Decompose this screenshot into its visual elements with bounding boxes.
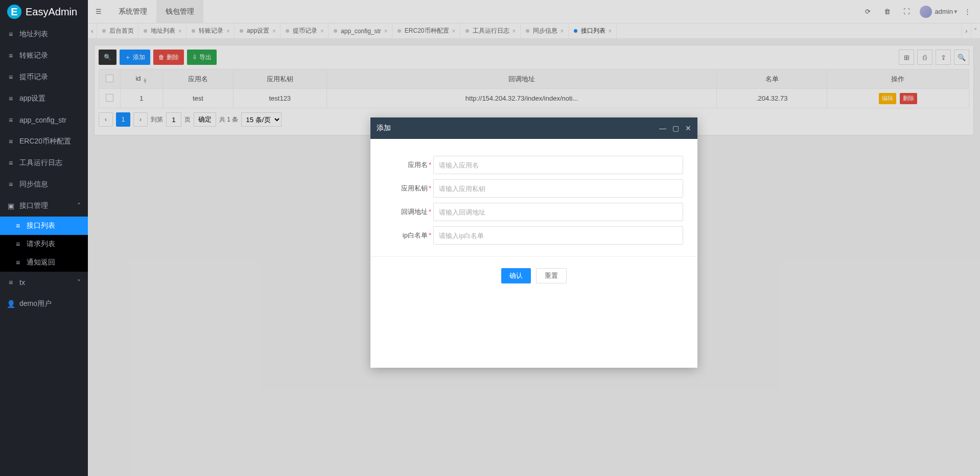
sidebar-item-app-settings[interactable]: ≡ app设置 [0,88,88,109]
close-icon[interactable]: ✕ [685,124,691,132]
sidebar-item-sync-info[interactable]: ≡ 同步信息 [0,174,88,195]
sidebar-item-tool-log[interactable]: ≡ 工具运行日志 [0,152,88,174]
sidebar-label: 接口管理 [19,201,48,210]
logo-icon: E [7,5,21,19]
logo: E EasyAdmin [0,0,88,23]
chevron-down-icon: ˅ [77,278,81,287]
label-callback: 回调地址* [385,207,433,217]
list-icon: ≡ [7,278,14,287]
brand-text: EasyAdmin [26,6,77,18]
field-app-secret: 应用私钥* [385,177,683,200]
maximize-icon[interactable]: ▢ [672,124,679,132]
sidebar-item-app-config-str[interactable]: ≡ app_config_str [0,109,88,131]
list-icon: ≡ [7,180,14,188]
list-icon: ≡ [14,240,21,248]
sidebar-sub-request-list[interactable]: ≡ 请求列表 [0,235,88,253]
modal-header: 添加 — ▢ ✕ [370,117,697,139]
field-callback: 回调地址* [385,200,683,224]
list-icon: ≡ [7,137,14,146]
input-whitelist[interactable] [433,226,683,245]
main: ☰ 系统管理 钱包管理 ⟳ 🗑 ⛶ admin ▾ ⋮ ‹ 后台首页 地址列表×… [88,0,980,476]
sidebar-item-withdraw-log[interactable]: ≡ 提币记录 [0,66,88,88]
label-app-secret: 应用私钥* [385,184,433,193]
list-icon: ≡ [7,52,14,60]
field-app-name: 应用名* [385,153,683,177]
list-icon: ≡ [14,258,21,267]
sidebar-label: app_config_str [19,116,66,124]
input-app-name[interactable] [433,156,683,174]
sidebar-label: 转账记录 [19,51,48,60]
sidebar-label: 同步信息 [19,180,48,189]
list-icon: ≡ [14,222,21,230]
modal-body: 应用名* 应用私钥* 回调地址* ip白名单* 确认 重置 [370,139,697,368]
sidebar-label: 请求列表 [27,240,55,249]
sidebar-item-address-list[interactable]: ≡ 地址列表 [0,23,88,45]
sidebar-group-tx[interactable]: ≡ tx ˅ [0,272,88,293]
add-modal: 添加 — ▢ ✕ 应用名* 应用私钥* 回调地址* ip白名单* [370,117,697,368]
sidebar: E EasyAdmin ≡ 地址列表 ≡ 转账记录 ≡ 提币记录 ≡ app设置… [0,0,88,476]
label-app-name: 应用名* [385,160,433,170]
user-icon: 👤 [7,300,14,308]
list-icon: ≡ [7,73,14,81]
sidebar-label: 提币记录 [19,73,48,82]
list-icon: ≡ [7,159,14,167]
field-whitelist: ip白名单* [385,224,683,247]
input-callback[interactable] [433,203,683,221]
sidebar-demo-user[interactable]: 👤 demo用户 [0,293,88,315]
label-whitelist: ip白名单* [385,231,433,240]
sidebar-label: 通知返回 [27,258,55,267]
confirm-button[interactable]: 确认 [501,268,531,283]
sidebar-sub-api-list[interactable]: ≡ 接口列表 [0,217,88,235]
chevron-up-icon: ˄ [77,202,81,210]
sidebar-label: 地址列表 [19,30,48,39]
minimize-icon[interactable]: — [659,124,666,132]
sidebar-item-erc20-config[interactable]: ≡ ERC20币种配置 [0,131,88,152]
list-icon: ≡ [7,116,14,124]
input-app-secret[interactable] [433,179,683,198]
sidebar-label: app设置 [19,94,45,103]
sidebar-sub-notify-return[interactable]: ≡ 通知返回 [0,253,88,272]
sidebar-label: tx [19,278,25,287]
list-icon: ≡ [7,94,14,103]
sidebar-item-transfer-log[interactable]: ≡ 转账记录 [0,45,88,66]
sidebar-label: ERC20币种配置 [19,137,71,146]
sidebar-group-api[interactable]: ▣ 接口管理 ˄ [0,195,88,217]
modal-footer: 确认 重置 [385,257,683,295]
modal-title: 添加 [377,124,391,133]
sidebar-label: demo用户 [19,299,52,308]
reset-button[interactable]: 重置 [536,268,567,283]
sidebar-label: 工具运行日志 [19,158,62,168]
list-icon: ≡ [7,30,14,38]
sidebar-label: 接口列表 [27,221,55,230]
cube-icon: ▣ [7,202,14,210]
modal-ops: — ▢ ✕ [659,124,691,132]
